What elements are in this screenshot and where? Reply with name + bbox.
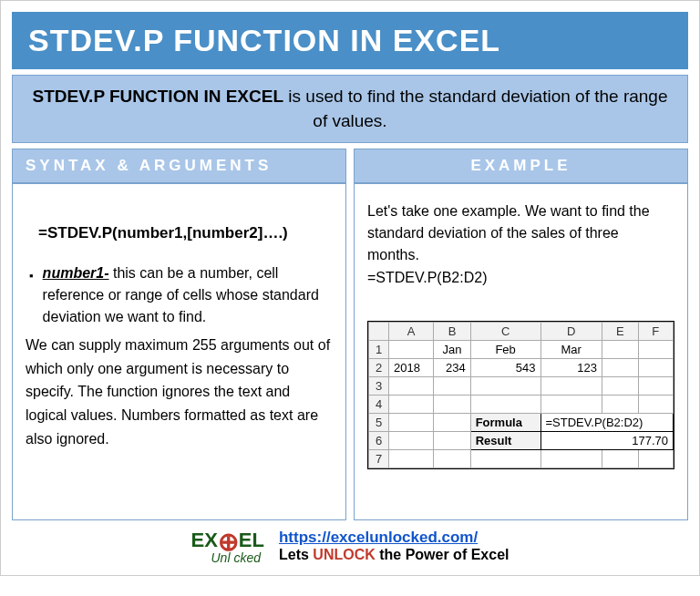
cell-value: 123 <box>540 359 602 377</box>
example-header: EXAMPLE <box>354 149 688 183</box>
cell-result-value: 177.70 <box>540 432 673 450</box>
bullet-icon: ▪ <box>29 267 34 285</box>
syntax-body: =STDEV.P(number1,[number2]….) ▪ number1-… <box>12 183 346 520</box>
row-header: 1 <box>369 341 389 359</box>
cell-year: 2018 <box>389 359 434 377</box>
row-header: 2 <box>369 359 389 377</box>
description-bold: STDEV.P FUNCTION IN EXCEL <box>33 87 284 106</box>
example-body: Let's take one example. We want to find … <box>354 183 688 520</box>
syntax-formula: =STDEV.P(number1,[number2]….) <box>38 224 333 242</box>
cell-result-label: Result <box>470 432 540 450</box>
logo-text-1: EX <box>191 530 218 550</box>
cell-formula-value: =STDEV.P(B2:D2) <box>540 414 673 432</box>
argument-name: number1- <box>43 265 109 281</box>
example-formula: =STDEV.P(B2:D2) <box>367 270 674 286</box>
logo-text-2: EL <box>239 530 264 550</box>
cell-value: 234 <box>434 359 470 377</box>
syntax-header: SYNTAX & ARGUMENTS <box>12 149 346 183</box>
col-header: E <box>602 323 638 341</box>
description-text: is used to find the standard deviation o… <box>283 87 667 130</box>
row-header: 3 <box>369 377 389 396</box>
cell-month: Feb <box>470 341 540 359</box>
syntax-note: We can supply maximum 255 arguments out … <box>26 334 333 450</box>
footer: EX ⊕ EL Unl cked https://excelunlocked.c… <box>12 520 688 564</box>
spreadsheet-preview: A B C D E F 1 Jan Feb Mar <box>367 321 674 469</box>
cell-month: Mar <box>540 341 602 359</box>
corner-cell <box>369 323 389 341</box>
col-header: A <box>389 323 434 341</box>
footer-tagline: Lets UNLOCK the Power of Excel <box>279 547 510 563</box>
description-banner: STDEV.P FUNCTION IN EXCEL is used to fin… <box>12 75 688 143</box>
cell-value: 543 <box>470 359 540 377</box>
col-header: C <box>470 323 540 341</box>
page-title: STDEV.P FUNCTION IN EXCEL <box>12 12 688 69</box>
cell-formula-label: Formula <box>470 414 540 432</box>
col-header: B <box>434 323 470 341</box>
col-header: D <box>540 323 602 341</box>
argument-item: ▪ number1- this can be a number, cell re… <box>29 262 333 328</box>
col-header: F <box>638 323 673 341</box>
logo: EX ⊕ EL Unl cked <box>191 528 264 564</box>
row-header: 5 <box>369 414 389 432</box>
cell-month: Jan <box>434 341 470 359</box>
row-header: 6 <box>369 432 389 450</box>
example-intro: Let's take one example. We want to find … <box>367 200 674 266</box>
row-header: 4 <box>369 396 389 414</box>
row-header: 7 <box>369 450 389 468</box>
footer-link[interactable]: https://excelunlocked.com/ <box>279 529 478 546</box>
